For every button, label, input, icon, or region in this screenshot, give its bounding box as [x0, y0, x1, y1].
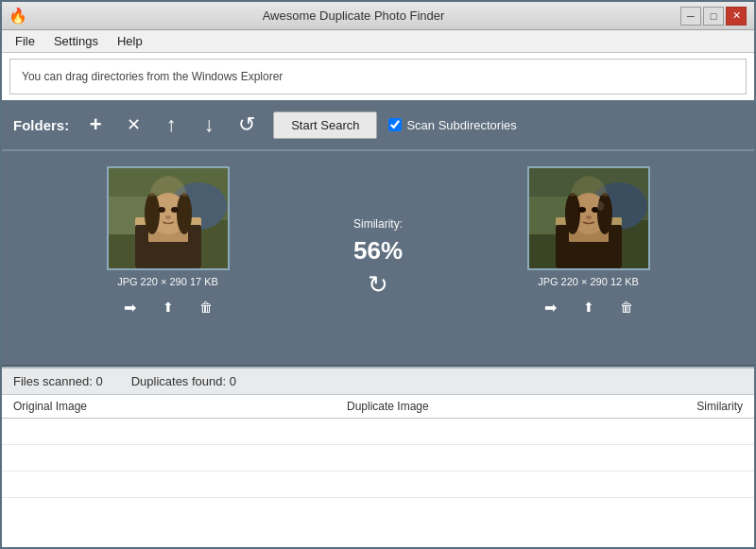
- content-area: You can drag directories from the Window…: [2, 53, 754, 547]
- results-table: Original Image Duplicate Image Similarit…: [2, 395, 754, 547]
- header-original-image: Original Image: [2, 400, 335, 413]
- swap-icon[interactable]: ↻: [368, 270, 388, 300]
- right-open-button[interactable]: ➡: [537, 295, 565, 319]
- scan-subdirectories-checkbox-container[interactable]: Scan Subdirectories: [388, 118, 516, 132]
- start-search-button[interactable]: Start Search: [273, 112, 377, 139]
- left-move-button[interactable]: ⬆: [154, 295, 182, 319]
- header-similarity: Similarity: [669, 400, 754, 413]
- similarity-value: 56%: [353, 238, 403, 263]
- right-move-button[interactable]: ⬆: [575, 295, 603, 319]
- svg-point-8: [145, 193, 160, 234]
- left-photo-frame: [107, 166, 230, 270]
- left-photo-panel: JPG 220 × 290 17 KB ➡ ⬆ 🗑: [9, 159, 326, 357]
- svg-point-26: [596, 201, 604, 211]
- maximize-button[interactable]: □: [703, 7, 724, 26]
- folders-label: Folders:: [13, 117, 69, 133]
- files-scanned-status: Files scanned: 0: [13, 374, 103, 388]
- window-title: Awesome Duplicate Photo Finder: [26, 9, 680, 23]
- menu-file[interactable]: File: [6, 32, 44, 50]
- minimize-button[interactable]: ─: [680, 7, 701, 26]
- similarity-panel: Similarity: 56% ↻: [326, 159, 430, 357]
- svg-point-12: [165, 215, 171, 219]
- left-delete-button[interactable]: 🗑: [192, 295, 220, 319]
- left-action-move: ⬆: [154, 295, 182, 319]
- left-photo-info: JPG 220 × 290 17 KB: [117, 276, 218, 287]
- left-photo-image: [109, 168, 228, 268]
- svg-point-21: [565, 193, 580, 234]
- right-action-move: ⬆: [575, 295, 603, 319]
- title-bar: 🔥 Awesome Duplicate Photo Finder ─ □ ✕: [2, 2, 754, 30]
- right-delete-button[interactable]: 🗑: [612, 295, 641, 319]
- drag-hint: You can drag directories from the Window…: [9, 59, 747, 94]
- table-row: [2, 445, 754, 472]
- right-photo-info: JPG 220 × 290 12 KB: [538, 276, 639, 287]
- left-action-delete: 🗑: [192, 295, 220, 319]
- main-window: 🔥 Awesome Duplicate Photo Finder ─ □ ✕ F…: [0, 0, 756, 549]
- similarity-label: Similarity:: [353, 217, 403, 231]
- app-icon: 🔥: [9, 8, 26, 25]
- right-photo-image: [529, 168, 648, 268]
- right-photo-actions: ➡ ⬆ 🗑: [537, 295, 641, 319]
- menu-settings[interactable]: Settings: [44, 32, 108, 50]
- svg-point-10: [158, 207, 165, 213]
- reset-button[interactable]: ↺: [232, 110, 262, 140]
- add-folder-button[interactable]: +: [80, 110, 111, 140]
- move-down-button[interactable]: ↓: [194, 110, 224, 140]
- left-open-button[interactable]: ➡: [116, 295, 145, 319]
- table-row: [2, 419, 754, 445]
- header-duplicate-image: Duplicate Image: [335, 400, 669, 413]
- scan-subdirectories-checkbox[interactable]: [388, 118, 402, 131]
- svg-point-22: [597, 193, 612, 234]
- svg-point-11: [171, 207, 179, 213]
- photo-comparison-area: JPG 220 × 290 17 KB ➡ ⬆ 🗑 Similarity: 5: [2, 149, 754, 367]
- left-action-open: ➡: [116, 295, 145, 319]
- move-up-button[interactable]: ↑: [156, 110, 186, 140]
- menu-help[interactable]: Help: [108, 32, 152, 50]
- results-table-header: Original Image Duplicate Image Similarit…: [2, 395, 754, 419]
- right-photo-frame: [527, 166, 650, 270]
- remove-folder-button[interactable]: ✕: [118, 110, 148, 140]
- toolbar: Folders: + ✕ ↑ ↓ ↺ Start Search Scan Sub…: [2, 100, 754, 149]
- right-action-open: ➡: [537, 295, 565, 319]
- window-controls: ─ □ ✕: [680, 7, 747, 26]
- svg-point-9: [177, 193, 192, 234]
- scan-subdirectories-label: Scan Subdirectories: [406, 118, 516, 132]
- menu-bar: File Settings Help: [2, 30, 754, 53]
- right-photo-panel: JPG 220 × 290 12 KB ➡ ⬆ 🗑: [430, 159, 747, 357]
- close-button[interactable]: ✕: [726, 7, 747, 26]
- svg-point-25: [586, 215, 592, 219]
- svg-point-23: [578, 207, 586, 213]
- status-bar: Files scanned: 0 Duplicates found: 0: [2, 367, 754, 395]
- results-table-body: [2, 419, 754, 498]
- left-photo-actions: ➡ ⬆ 🗑: [116, 295, 220, 319]
- duplicates-found-status: Duplicates found: 0: [131, 374, 236, 388]
- table-row: [2, 472, 754, 498]
- right-action-delete: 🗑: [612, 295, 641, 319]
